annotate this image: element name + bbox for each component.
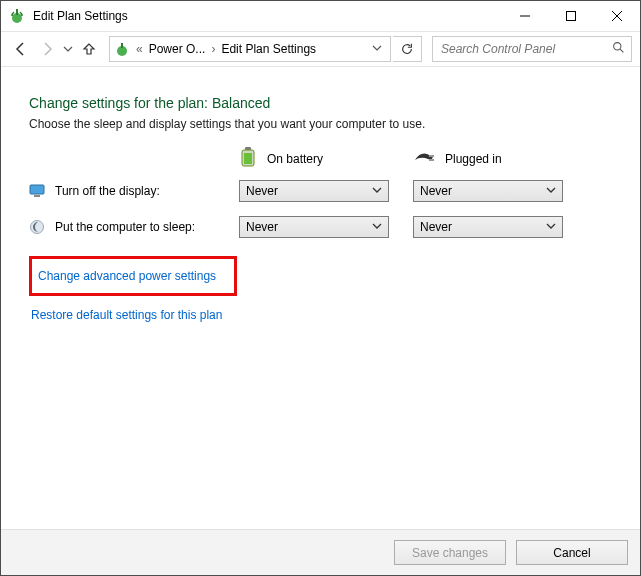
page-description: Choose the sleep and display settings th… bbox=[29, 117, 612, 131]
restore-defaults-link[interactable]: Restore default settings for this plan bbox=[29, 304, 224, 326]
column-label: Plugged in bbox=[445, 152, 502, 166]
save-changes-button[interactable]: Save changes bbox=[394, 540, 506, 565]
svg-rect-8 bbox=[244, 153, 252, 164]
svg-rect-2 bbox=[567, 12, 576, 21]
search-input[interactable] bbox=[439, 41, 612, 57]
svg-rect-1 bbox=[16, 9, 18, 15]
search-box[interactable] bbox=[432, 36, 632, 62]
chevron-down-icon bbox=[546, 184, 556, 198]
breadcrumb-item[interactable]: Edit Plan Settings bbox=[221, 42, 316, 56]
sleep-plugged-dropdown[interactable]: Never bbox=[413, 216, 563, 238]
svg-rect-4 bbox=[121, 43, 123, 48]
breadcrumb-prefix-icon: « bbox=[134, 42, 145, 56]
advanced-power-settings-link[interactable]: Change advanced power settings bbox=[36, 265, 218, 287]
search-icon bbox=[612, 41, 625, 57]
row-label-text: Put the computer to sleep: bbox=[55, 220, 195, 234]
chevron-down-icon bbox=[372, 184, 382, 198]
chevron-down-icon bbox=[546, 220, 556, 234]
column-on-battery: On battery bbox=[239, 147, 389, 170]
battery-icon bbox=[239, 147, 257, 170]
svg-point-5 bbox=[614, 43, 621, 50]
row-label: Put the computer to sleep: bbox=[29, 219, 239, 235]
power-options-icon bbox=[114, 41, 130, 57]
column-plugged-in: Plugged in bbox=[413, 150, 563, 167]
back-button[interactable] bbox=[9, 37, 33, 61]
svg-rect-10 bbox=[429, 159, 434, 161]
display-plugged-dropdown[interactable]: Never bbox=[413, 180, 563, 202]
row-label: Turn off the display: bbox=[29, 183, 239, 199]
toolbar: « Power O... › Edit Plan Settings bbox=[1, 31, 640, 67]
highlight-annotation: Change advanced power settings bbox=[29, 256, 237, 296]
footer: Save changes Cancel bbox=[1, 529, 640, 575]
content-area: Change settings for the plan: Balanced C… bbox=[1, 67, 640, 529]
history-dropdown[interactable] bbox=[61, 44, 75, 54]
chevron-down-icon bbox=[372, 220, 382, 234]
window-title: Edit Plan Settings bbox=[33, 9, 128, 23]
address-bar[interactable]: « Power O... › Edit Plan Settings bbox=[109, 36, 391, 62]
display-icon bbox=[29, 183, 45, 199]
window-controls bbox=[502, 1, 640, 31]
svg-rect-11 bbox=[30, 185, 44, 194]
up-button[interactable] bbox=[77, 37, 101, 61]
maximize-button[interactable] bbox=[548, 1, 594, 31]
refresh-button[interactable] bbox=[393, 36, 422, 62]
close-button[interactable] bbox=[594, 1, 640, 31]
power-options-icon bbox=[9, 8, 25, 24]
chevron-right-icon: › bbox=[209, 42, 217, 56]
breadcrumb-item[interactable]: Power O... bbox=[149, 42, 206, 56]
dropdown-value: Never bbox=[246, 220, 372, 234]
column-headers: On battery Plugged in bbox=[239, 147, 612, 170]
dropdown-value: Never bbox=[420, 220, 546, 234]
window-frame: Edit Plan Settings bbox=[0, 0, 641, 576]
row-sleep: Put the computer to sleep: Never Never bbox=[29, 216, 612, 238]
row-label-text: Turn off the display: bbox=[55, 184, 160, 198]
dropdown-value: Never bbox=[420, 184, 546, 198]
svg-rect-9 bbox=[429, 155, 434, 157]
plug-icon bbox=[413, 150, 435, 167]
dropdown-value: Never bbox=[246, 184, 372, 198]
sleep-battery-dropdown[interactable]: Never bbox=[239, 216, 389, 238]
display-battery-dropdown[interactable]: Never bbox=[239, 180, 389, 202]
links-section: Change advanced power settings Restore d… bbox=[29, 256, 612, 326]
svg-rect-12 bbox=[34, 195, 40, 197]
moon-icon bbox=[29, 219, 45, 235]
page-heading: Change settings for the plan: Balanced bbox=[29, 95, 612, 111]
forward-button[interactable] bbox=[35, 37, 59, 61]
cancel-button[interactable]: Cancel bbox=[516, 540, 628, 565]
address-dropdown[interactable] bbox=[372, 42, 382, 56]
row-turn-off-display: Turn off the display: Never Never bbox=[29, 180, 612, 202]
minimize-button[interactable] bbox=[502, 1, 548, 31]
titlebar: Edit Plan Settings bbox=[1, 1, 640, 31]
column-label: On battery bbox=[267, 152, 323, 166]
